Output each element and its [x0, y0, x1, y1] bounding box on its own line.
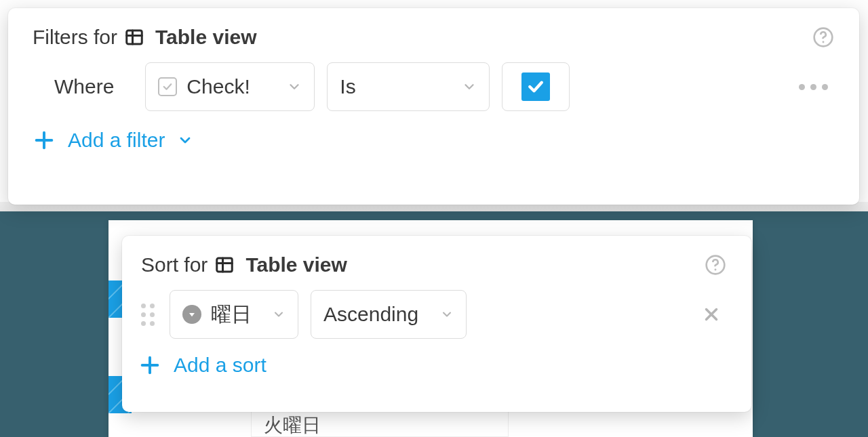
where-label: Where: [54, 75, 114, 98]
filter-field-label: Check!: [186, 75, 250, 98]
sort-order-label: Ascending: [323, 303, 418, 326]
svg-rect-0: [127, 30, 142, 44]
add-sort-label: Add a sort: [174, 354, 267, 377]
table-icon: [124, 27, 144, 47]
add-sort-button[interactable]: Add a sort: [122, 339, 751, 377]
sort-panel: Sort for Table view 曜日: [122, 236, 751, 412]
chevron-down-icon: [440, 308, 454, 321]
chevron-down-icon: [462, 79, 477, 94]
chevron-down-icon: [287, 79, 302, 94]
sort-rule-row: 曜日 Ascending: [122, 283, 751, 339]
sort-title-prefix: Sort for: [141, 253, 208, 276]
filter-rule-row: Where Check! Is: [8, 56, 859, 111]
filter-operator-select[interactable]: Is: [327, 62, 490, 111]
checkbox-field-icon: [158, 77, 177, 96]
help-icon[interactable]: [812, 26, 835, 49]
sort-view-name: Table view: [245, 253, 347, 276]
table-icon: [214, 255, 235, 275]
svg-point-4: [823, 41, 825, 43]
background-cell-text: 火曜日: [264, 413, 321, 437]
drag-handle-icon[interactable]: [138, 304, 157, 326]
filter-value-checkbox[interactable]: [502, 62, 570, 111]
filter-rule-more-button[interactable]: [799, 84, 835, 90]
svg-point-11: [715, 269, 717, 271]
svg-marker-12: [189, 313, 195, 316]
chevron-down-icon: [272, 308, 285, 321]
add-filter-button[interactable]: Add a filter: [8, 111, 859, 152]
filter-field-select[interactable]: Check!: [145, 62, 315, 111]
filters-view-name: Table view: [155, 26, 257, 49]
sort-field-label: 曜日: [211, 301, 252, 329]
filters-panel: Filters for Table view Where: [8, 8, 859, 205]
single-select-field-icon: [182, 305, 201, 324]
checked-icon: [521, 72, 550, 101]
sort-field-select[interactable]: 曜日: [170, 290, 298, 339]
svg-rect-7: [217, 258, 233, 272]
sort-order-select[interactable]: Ascending: [311, 290, 467, 339]
remove-sort-button[interactable]: [701, 304, 727, 325]
filters-title-prefix: Filters for: [33, 26, 117, 49]
filter-operator-label: Is: [340, 75, 355, 98]
add-filter-label: Add a filter: [68, 129, 165, 152]
help-icon[interactable]: [704, 253, 727, 276]
sort-header: Sort for Table view: [122, 236, 751, 283]
filters-header: Filters for Table view: [8, 8, 859, 56]
chevron-down-icon: [177, 132, 193, 148]
